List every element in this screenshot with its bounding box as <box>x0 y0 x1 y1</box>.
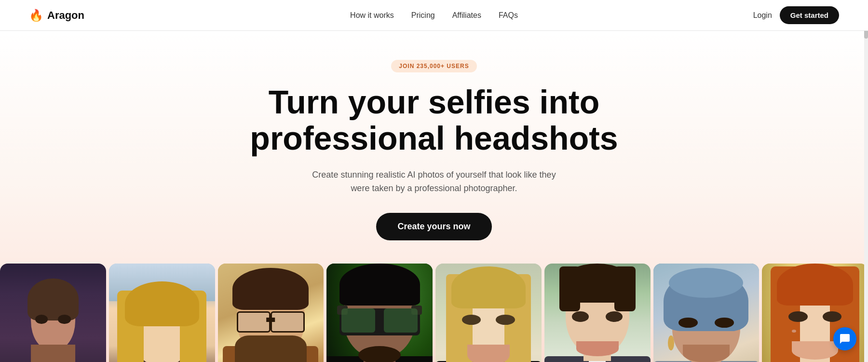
hero-title: Turn your selfies into professional head… <box>250 84 618 156</box>
logo-text: Aragon <box>47 9 84 22</box>
hero-title-line2: professional headshots <box>250 120 618 156</box>
chat-bubble[interactable] <box>833 327 856 350</box>
gallery-photo-5 <box>435 264 542 362</box>
nav-links: How it works Pricing Affiliates FAQs <box>350 11 518 20</box>
navbar-right: Login Get started <box>753 6 839 24</box>
nav-how-it-works[interactable]: How it works <box>350 11 394 20</box>
gallery-photo-6 <box>544 264 651 362</box>
nav-affiliates[interactable]: Affiliates <box>452 11 481 20</box>
navbar: 🔥 Aragon How it works Pricing Affiliates… <box>0 0 868 31</box>
photo-gallery <box>0 264 868 362</box>
logo[interactable]: 🔥 Aragon <box>29 9 84 22</box>
logo-flame-icon: 🔥 <box>29 9 43 22</box>
gallery-photo-2 <box>109 264 215 362</box>
gallery-photo-3 <box>218 264 324 362</box>
scrollbar[interactable] <box>864 0 868 362</box>
nav-pricing[interactable]: Pricing <box>411 11 435 20</box>
hero-title-line1: Turn your selfies into <box>269 84 599 120</box>
gallery-photo-4 <box>326 264 433 362</box>
hero-section: JOIN 235,000+ USERS Turn your selfies in… <box>0 31 868 362</box>
user-count-badge: JOIN 235,000+ USERS <box>391 60 476 72</box>
nav-faqs[interactable]: FAQs <box>499 11 518 20</box>
login-button[interactable]: Login <box>753 11 772 20</box>
gallery-photo-7 <box>653 264 760 362</box>
get-started-button[interactable]: Get started <box>780 6 839 24</box>
hero-subtitle: Create stunning realistic AI photos of y… <box>309 168 559 196</box>
create-now-button[interactable]: Create yours now <box>376 213 491 240</box>
gallery-photo-1 <box>0 264 106 362</box>
chat-icon <box>839 333 851 345</box>
